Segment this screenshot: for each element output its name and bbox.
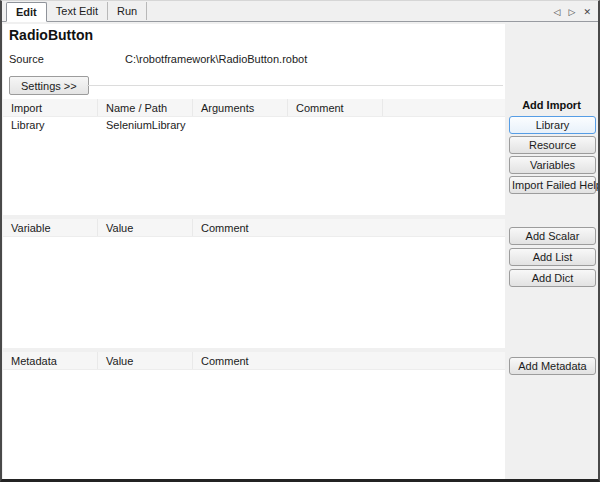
source-path: C:\robotframework\RadioButton.robot xyxy=(125,53,307,65)
settings-divider xyxy=(87,85,503,86)
column-header-metadata: Metadata xyxy=(3,352,98,369)
add-resource-button[interactable]: Resource xyxy=(509,136,596,154)
column-header-value: Value xyxy=(98,219,193,236)
column-header-value: Value xyxy=(98,352,193,369)
scroll-tabs-left-icon[interactable]: ◁ xyxy=(554,8,561,17)
tab-controls: ◁ ▷ ✕ xyxy=(554,8,598,21)
suite-editor-panel: RadioButton Source C:\robotframework\Rad… xyxy=(3,24,505,477)
action-button-panel: Add Import Library Resource Variables Im… xyxy=(505,24,598,479)
add-metadata-button[interactable]: Add Metadata xyxy=(509,357,596,375)
add-library-button[interactable]: Library xyxy=(509,116,596,134)
column-header-arguments: Arguments xyxy=(193,99,288,116)
tab-run[interactable]: Run xyxy=(108,2,147,20)
source-label: Source xyxy=(9,53,44,65)
column-header-comment: Comment xyxy=(288,99,383,116)
add-import-label: Add Import xyxy=(505,99,598,111)
add-scalar-button[interactable]: Add Scalar xyxy=(509,227,596,245)
import-type-cell[interactable]: Library xyxy=(3,117,98,133)
column-header-comment: Comment xyxy=(193,219,505,236)
import-comment-cell[interactable] xyxy=(288,117,383,133)
metadata-table-header: Metadata Value Comment xyxy=(3,352,505,370)
import-extra-cell[interactable] xyxy=(383,117,505,133)
page-title: RadioButton xyxy=(9,27,93,43)
tab-edit[interactable]: Edit xyxy=(6,2,47,22)
import-table-header: Import Name / Path Arguments Comment xyxy=(3,99,505,117)
add-list-button[interactable]: Add List xyxy=(509,248,596,266)
add-variables-button[interactable]: Variables xyxy=(509,156,596,174)
column-header-import: Import xyxy=(3,99,98,116)
column-header-blank xyxy=(383,99,505,116)
scroll-tabs-right-icon[interactable]: ▷ xyxy=(569,8,576,17)
editor-body: RadioButton Source C:\robotframework\Rad… xyxy=(2,23,598,479)
import-table: Import Name / Path Arguments Comment Lib… xyxy=(3,99,505,215)
table-row[interactable]: Library SeleniumLibrary xyxy=(3,117,505,133)
import-failed-help-button[interactable]: Import Failed Help xyxy=(509,176,596,194)
tab-bar: Edit Text Edit Run ◁ ▷ ✕ xyxy=(2,1,598,22)
column-header-comment: Comment xyxy=(193,352,505,369)
column-header-name-path: Name / Path xyxy=(98,99,193,116)
import-arguments-cell[interactable] xyxy=(193,117,288,133)
tab-text-edit[interactable]: Text Edit xyxy=(47,2,108,20)
metadata-table: Metadata Value Comment xyxy=(3,352,505,482)
import-name-cell[interactable]: SeleniumLibrary xyxy=(98,117,193,133)
close-tab-icon[interactable]: ✕ xyxy=(583,8,591,17)
add-dict-button[interactable]: Add Dict xyxy=(509,269,596,287)
variable-table: Variable Value Comment xyxy=(3,219,505,348)
column-header-variable: Variable xyxy=(3,219,98,236)
variable-table-header: Variable Value Comment xyxy=(3,219,505,237)
ride-editor-window: Edit Text Edit Run ◁ ▷ ✕ RadioButton Sou… xyxy=(0,0,600,482)
settings-toggle-button[interactable]: Settings >> xyxy=(9,76,89,95)
